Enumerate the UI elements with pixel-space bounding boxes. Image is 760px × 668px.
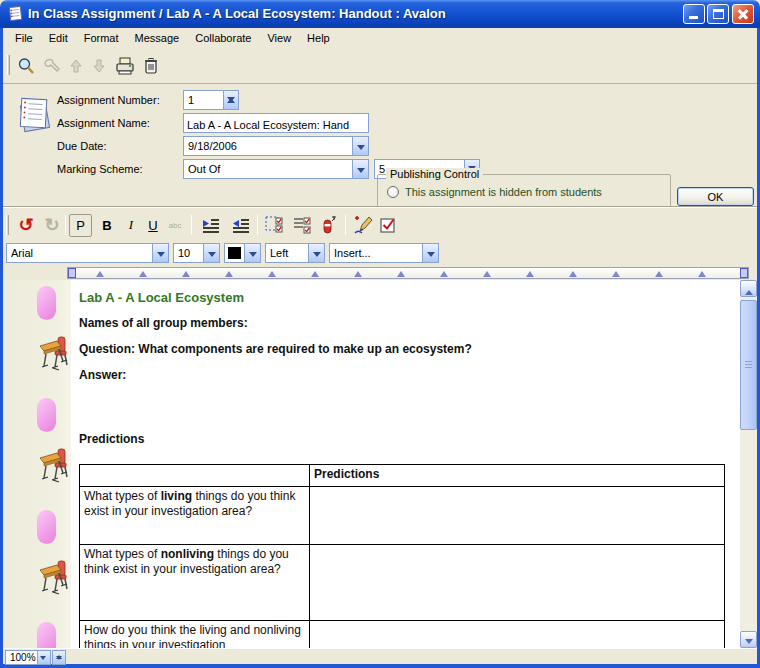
zoom-stepper[interactable] — [52, 650, 66, 665]
tab-stop-marker[interactable] — [268, 271, 276, 277]
scroll-up-button[interactable] — [740, 280, 757, 297]
print-icon[interactable] — [115, 56, 135, 76]
select-form-fields-icon[interactable] — [263, 214, 287, 236]
search-icon[interactable] — [16, 56, 36, 76]
tab-stop-marker[interactable] — [440, 271, 448, 277]
radio-button[interactable] — [387, 186, 399, 198]
titlebar: In Class Assignment / Lab A - A Local Ec… — [0, 0, 760, 28]
chevron-down-icon — [745, 639, 753, 648]
stepper-arrows[interactable] — [223, 91, 238, 109]
radio-hidden-option[interactable]: This assignment is hidden from students — [387, 186, 602, 198]
bold-button[interactable]: B — [97, 214, 117, 236]
font-family-select[interactable]: Arial — [6, 243, 169, 263]
window-title: In Class Assignment / Lab A - A Local Ec… — [28, 6, 446, 21]
ruler-left-margin-handle[interactable] — [68, 268, 76, 278]
menu-file[interactable]: File — [7, 30, 41, 46]
tab-stop-marker[interactable] — [96, 271, 104, 277]
margin-decoration — [3, 282, 71, 394]
tab-stop-marker[interactable] — [655, 271, 663, 277]
assignment-number-label: Assignment Number: — [57, 94, 160, 106]
chevron-down-icon[interactable] — [308, 244, 324, 262]
answer-cell[interactable] — [310, 487, 725, 545]
checkbox-list-icon[interactable] — [291, 214, 315, 236]
chevron-down-icon[interactable] — [352, 160, 368, 178]
scroll-down-button[interactable] — [740, 631, 757, 648]
tab-stop-marker[interactable] — [698, 271, 706, 277]
indent-decrease-icon[interactable] — [229, 214, 253, 236]
eraser-decoration — [37, 622, 56, 648]
delete-trash-icon[interactable] — [141, 56, 161, 76]
menu-help[interactable]: Help — [299, 30, 338, 46]
main-toolbar — [3, 47, 757, 84]
assignment-number-stepper[interactable]: 1 — [183, 90, 239, 110]
tab-stop-marker[interactable] — [526, 271, 534, 277]
highlight-marker-icon[interactable] — [317, 214, 339, 236]
close-button[interactable] — [732, 4, 754, 24]
question-cell: How do you think the living and nonlivin… — [80, 621, 310, 649]
chevron-down-icon[interactable] — [422, 244, 438, 262]
menu-message[interactable]: Message — [127, 30, 188, 46]
toolbar-grip[interactable] — [6, 215, 9, 235]
next-arrow-icon — [89, 56, 109, 76]
answer-cell[interactable] — [310, 621, 725, 649]
font-color-select[interactable] — [224, 243, 261, 263]
editor-format-bar: Arial 10 Left Insert... — [3, 241, 757, 266]
zoom-level-select[interactable]: 100% — [5, 650, 51, 665]
chevron-down-icon[interactable] — [152, 244, 168, 262]
indent-increase-icon[interactable] — [199, 214, 223, 236]
tab-stop-marker[interactable] — [569, 271, 577, 277]
due-date-select[interactable]: 9/18/2006 — [183, 136, 369, 156]
margin-decoration — [3, 394, 71, 506]
assignment-name-input[interactable] — [183, 113, 369, 133]
tab-stop-marker[interactable] — [139, 271, 147, 277]
ok-button[interactable]: OK — [677, 187, 754, 206]
predictions-table: Predictions What types of living things … — [79, 464, 725, 648]
italic-button[interactable]: I — [121, 214, 141, 236]
question-cell: What types of nonliving things do you th… — [80, 545, 310, 621]
tab-stop-marker[interactable] — [397, 271, 405, 277]
window-icon — [7, 5, 24, 26]
tab-stop-marker[interactable] — [354, 271, 362, 277]
chevron-down-icon[interactable] — [352, 137, 368, 155]
maximize-icon — [713, 9, 724, 19]
paragraph-style-button[interactable]: P — [69, 214, 92, 237]
menu-collaborate[interactable]: Collaborate — [187, 30, 259, 46]
menu-edit[interactable]: Edit — [41, 30, 76, 46]
eraser-decoration — [37, 510, 56, 544]
school-desk-icon — [39, 558, 69, 600]
chevron-down-icon[interactable] — [244, 244, 260, 262]
undo-icon[interactable]: ↺ — [15, 214, 37, 236]
tab-stop-marker[interactable] — [182, 271, 190, 277]
insert-select[interactable]: Insert... — [329, 243, 439, 263]
chevron-down-icon[interactable] — [203, 244, 219, 262]
edit-pencil-add-icon[interactable] — [351, 214, 375, 236]
checked-box-icon[interactable] — [377, 214, 401, 236]
ruler-right-margin-handle[interactable] — [740, 268, 748, 278]
font-size-select[interactable]: 10 — [173, 243, 220, 263]
tab-stop-marker[interactable] — [612, 271, 620, 277]
vertical-scrollbar[interactable] — [740, 280, 757, 648]
assignment-icon — [15, 92, 53, 140]
underline-button[interactable]: U — [143, 214, 163, 236]
chevron-down-icon[interactable] — [37, 651, 50, 664]
alignment-select[interactable]: Left — [265, 243, 325, 263]
menu-bar: File Edit Format Message Collaborate Vie… — [3, 28, 757, 47]
menu-view[interactable]: View — [259, 30, 299, 46]
menu-format[interactable]: Format — [76, 30, 127, 46]
tab-stop-marker[interactable] — [483, 271, 491, 277]
eraser-decoration — [37, 398, 56, 432]
toolbar-grip[interactable] — [7, 55, 10, 75]
tab-stop-marker[interactable] — [311, 271, 319, 277]
question-line: Question: What components are required t… — [79, 342, 472, 356]
maximize-button[interactable] — [707, 4, 729, 24]
school-desk-icon — [39, 334, 69, 376]
document-editor-canvas[interactable]: Lab A - A Local Ecosystem Names of all g… — [3, 280, 740, 648]
tab-stop-marker[interactable] — [225, 271, 233, 277]
answer-cell[interactable] — [310, 545, 725, 621]
thumb-grip — [745, 361, 752, 369]
ruler[interactable] — [67, 267, 749, 279]
scrollbar-thumb[interactable] — [740, 300, 757, 430]
chevron-up-icon — [745, 286, 753, 295]
marking-scheme-select[interactable]: Out Of — [183, 159, 369, 179]
minimize-button[interactable] — [683, 4, 705, 24]
